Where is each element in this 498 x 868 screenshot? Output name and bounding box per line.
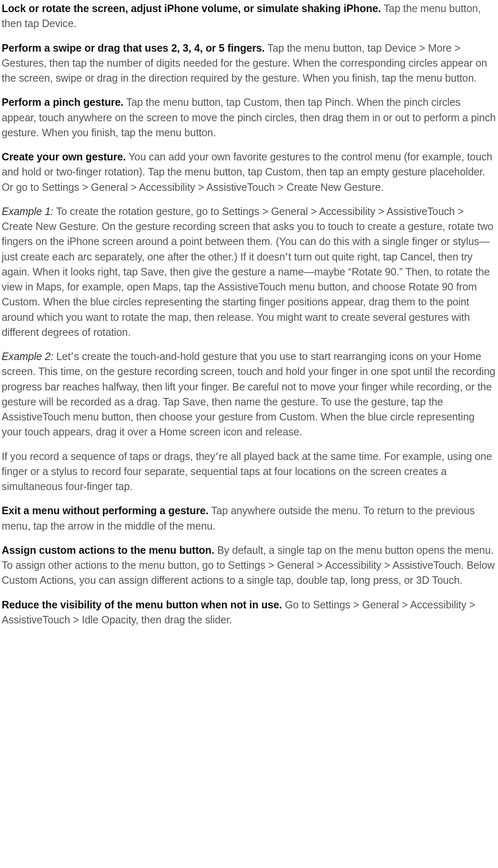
body-text: To create the rotation gesture, go to Se… [2,205,493,338]
paragraph-sequence-note: If you record a sequence of taps or drag… [2,449,496,494]
paragraph-example-2: Example 2: Letʼs create the touch-and-ho… [2,349,496,440]
bold-heading: Lock or rotate the screen, adjust iPhone… [2,3,381,14]
paragraph-assign-actions: Assign custom actions to the menu button… [2,543,496,588]
paragraph-example-1: Example 1: To create the rotation gestur… [2,204,496,340]
bold-heading: Exit a menu without performing a gesture… [2,505,209,516]
bold-heading: Perform a pinch gesture. [2,96,123,108]
document-body: Lock or rotate the screen, adjust iPhone… [0,1,498,627]
paragraph-lock-rotate: Lock or rotate the screen, adjust iPhone… [2,1,496,31]
bold-heading: Perform a swipe or drag that uses 2, 3, … [2,42,265,54]
bold-heading: Reduce the visibility of the menu button… [2,599,282,610]
paragraph-swipe-drag: Perform a swipe or drag that uses 2, 3, … [2,40,496,86]
paragraph-reduce-visibility: Reduce the visibility of the menu button… [2,597,496,628]
bold-heading: Create your own gesture. [2,151,126,163]
body-text: If you record a sequence of taps or drag… [2,450,492,493]
example-label: Example 2: [2,350,53,362]
bold-heading: Assign custom actions to the menu button… [2,544,214,556]
paragraph-create-gesture: Create your own gesture. You can add you… [2,149,496,195]
paragraph-pinch-gesture: Perform a pinch gesture. Tap the menu bu… [2,95,496,140]
example-label: Example 1: [2,205,53,217]
paragraph-exit-menu: Exit a menu without performing a gesture… [2,503,496,533]
body-text: Letʼs create the touch-and-hold gesture … [2,350,495,438]
